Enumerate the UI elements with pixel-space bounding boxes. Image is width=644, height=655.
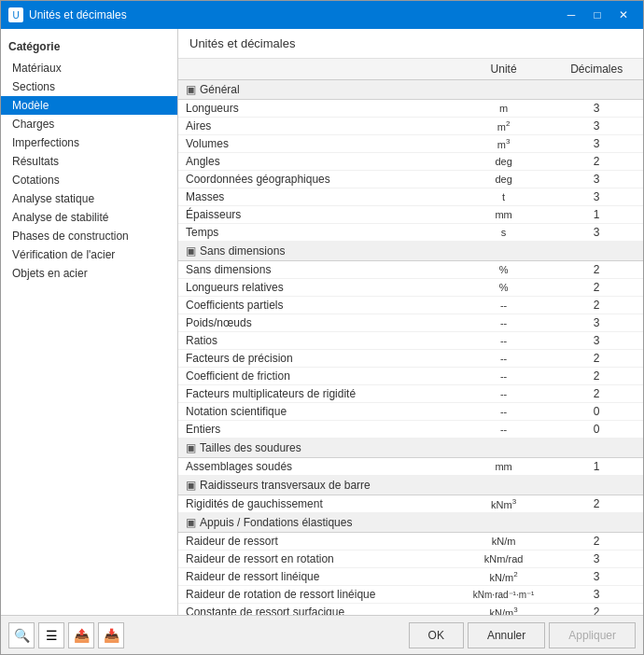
row-constante-surf[interactable]: Constante de ressort surfacique kN/m3 2 (178, 604, 643, 616)
row-aires[interactable]: Aires m2 3 (178, 118, 643, 135)
sidebar-item-phases[interactable]: Phases de construction (1, 227, 177, 245)
data-table: Unité Décimales ▣Général Longueurs m 3 (178, 59, 643, 615)
collapse-icon[interactable]: ▣ (186, 83, 196, 96)
row-coord[interactable]: Coordonnées géographiques deg 3 (178, 171, 643, 188)
row-unit[interactable]: t (457, 188, 551, 206)
row-angles[interactable]: Angles deg 2 (178, 153, 643, 171)
sidebar-item-imperfections[interactable]: Imperfections (1, 133, 177, 152)
sidebar-header: Catégorie (1, 36, 177, 59)
row-unit[interactable]: deg (457, 153, 551, 171)
title-bar: U Unités et décimales ─ □ ✕ (1, 1, 643, 29)
main-panel: Unités et décimales Unité Décimales (178, 29, 643, 615)
sidebar: Catégorie Matériaux Sections Modèle Char… (1, 29, 178, 615)
table-header-row: Unité Décimales (178, 59, 643, 80)
row-dec[interactable]: 3 (550, 224, 643, 242)
sidebar-item-materiaux[interactable]: Matériaux (1, 59, 177, 77)
sidebar-item-verification-acier[interactable]: Vérification de l'acier (1, 245, 177, 264)
ok-button[interactable]: OK (409, 622, 464, 648)
row-sans-dim[interactable]: Sans dimensions % 2 (178, 261, 643, 279)
window-title: Unités et décimales (29, 8, 127, 21)
collapse-icon[interactable]: ▣ (186, 244, 196, 258)
export-button[interactable]: 📤 (68, 622, 94, 648)
bottom-toolbar: 🔍 ☰ 📤 📥 OK Annuler Appliquer (1, 615, 643, 654)
collapse-icon[interactable]: ▣ (186, 441, 196, 454)
collapse-icon[interactable]: ▣ (186, 516, 196, 529)
row-name: Longueurs (178, 100, 457, 118)
row-dec[interactable]: 3 (550, 100, 643, 118)
list-button[interactable]: ☰ (38, 622, 64, 648)
row-unit[interactable]: m3 (457, 135, 551, 153)
row-unit[interactable]: m (457, 100, 551, 118)
sidebar-item-objets-acier[interactable]: Objets en acier (1, 264, 177, 283)
row-dec[interactable]: 1 (550, 206, 643, 224)
import-button[interactable]: 📥 (98, 622, 124, 648)
row-raideur[interactable]: Raideur de ressort kN/m 2 (178, 533, 643, 550)
row-assemblages[interactable]: Assemblages soudés mm 1 (178, 458, 643, 476)
section-general: ▣Général (178, 80, 643, 100)
row-name: Épaisseurs (178, 206, 457, 224)
row-masses[interactable]: Masses t 3 (178, 188, 643, 206)
row-raideur-lin[interactable]: Raideur de ressort linéique kN/m2 3 (178, 568, 643, 586)
row-dec[interactable]: 2 (550, 153, 643, 171)
row-longueurs-rel[interactable]: Longueurs relatives % 2 (178, 279, 643, 297)
row-notation-sci[interactable]: Notation scientifique -- 0 (178, 403, 643, 421)
row-poids-noeuds[interactable]: Poids/nœuds -- 3 (178, 314, 643, 332)
section-raidisseurs: ▣Raidisseurs transversaux de barre (178, 476, 643, 495)
table-container[interactable]: Unité Décimales ▣Général Longueurs m 3 (178, 59, 643, 615)
row-entiers[interactable]: Entiers -- 0 (178, 421, 643, 439)
sidebar-item-cotations[interactable]: Cotations (1, 171, 177, 189)
row-name: Masses (178, 188, 457, 206)
main-panel-title: Unités et décimales (178, 29, 643, 59)
minimize-button[interactable]: ─ (559, 6, 583, 24)
sidebar-item-charges[interactable]: Charges (1, 115, 177, 133)
col-header-unit: Unité (457, 59, 551, 80)
maximize-button[interactable]: □ (585, 6, 609, 24)
row-name: Coordonnées géographiques (178, 171, 457, 188)
row-volumes[interactable]: Volumes m3 3 (178, 135, 643, 153)
title-bar-controls: ─ □ ✕ (559, 6, 636, 24)
row-unit[interactable]: deg (457, 171, 551, 188)
row-dec[interactable]: 3 (550, 171, 643, 188)
close-button[interactable]: ✕ (611, 6, 636, 24)
row-longueurs[interactable]: Longueurs m 3 (178, 100, 643, 118)
row-raideur-rot[interactable]: Raideur de ressort en rotation kNm/rad 3 (178, 550, 643, 568)
row-unit[interactable]: mm (457, 206, 551, 224)
row-coeff-partiels[interactable]: Coefficients partiels -- 2 (178, 297, 643, 314)
content-area: Catégorie Matériaux Sections Modèle Char… (1, 29, 643, 615)
row-name: Temps (178, 224, 457, 242)
sidebar-item-resultats[interactable]: Résultats (1, 152, 177, 171)
row-facteurs-rigidite[interactable]: Facteurs multiplicateurs de rigidité -- … (178, 385, 643, 403)
row-dec[interactable]: 3 (550, 118, 643, 135)
collapse-icon[interactable]: ▣ (186, 479, 196, 492)
sidebar-item-modele[interactable]: Modèle (1, 96, 177, 115)
section-soudures: ▣Tailles des soudures (178, 439, 643, 458)
cancel-button[interactable]: Annuler (468, 622, 545, 648)
col-header-decimals: Décimales (550, 59, 643, 80)
search-button[interactable]: 🔍 (8, 622, 35, 648)
row-raideur-rot-lin[interactable]: Raideur de rotation de ressort linéique … (178, 586, 643, 604)
col-header-name (178, 59, 457, 80)
row-unit[interactable]: m2 (457, 118, 551, 135)
section-sans-dim: ▣Sans dimensions (178, 242, 643, 261)
section-appuis: ▣Appuis / Fondations élastiques (178, 513, 643, 533)
sidebar-item-analyse-stabilite[interactable]: Analyse de stabilité (1, 208, 177, 227)
title-bar-left: U Unités et décimales (8, 7, 127, 22)
row-facteurs-precision[interactable]: Facteurs de précision -- 2 (178, 350, 643, 368)
row-dec[interactable]: 3 (550, 188, 643, 206)
row-coeff-friction[interactable]: Coefficient de friction -- 2 (178, 368, 643, 385)
row-rigidites[interactable]: Rigidités de gauchissement kNm3 2 (178, 495, 643, 513)
row-name: Angles (178, 153, 457, 171)
window-icon: U (8, 7, 23, 22)
row-temps[interactable]: Temps s 3 (178, 224, 643, 242)
sidebar-item-sections[interactable]: Sections (1, 77, 177, 96)
row-name: Volumes (178, 135, 457, 153)
apply-button: Appliquer (549, 622, 636, 648)
sidebar-item-analyse-statique[interactable]: Analyse statique (1, 189, 177, 208)
row-ratios[interactable]: Ratios -- 3 (178, 332, 643, 350)
row-epaisseurs[interactable]: Épaisseurs mm 1 (178, 206, 643, 224)
row-dec[interactable]: 3 (550, 135, 643, 153)
row-name: Aires (178, 118, 457, 135)
main-window: U Unités et décimales ─ □ ✕ Catégorie Ma… (0, 0, 644, 655)
row-unit[interactable]: s (457, 224, 551, 242)
